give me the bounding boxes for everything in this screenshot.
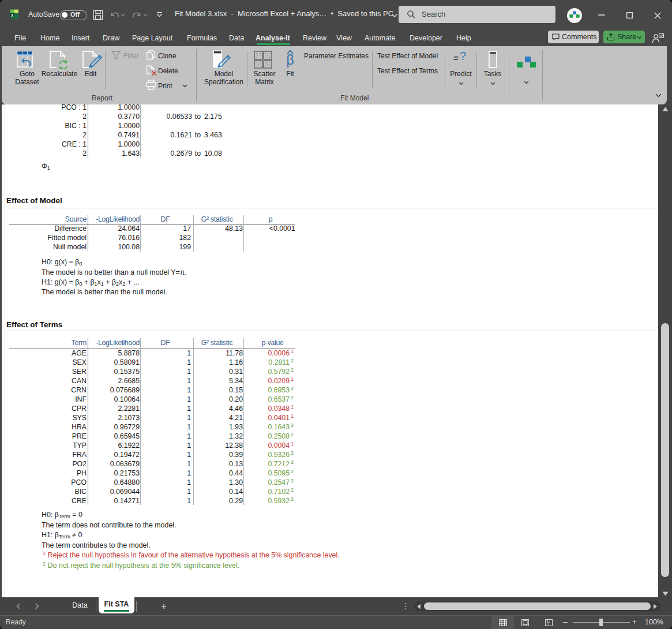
svg-text:x: x <box>11 12 14 18</box>
